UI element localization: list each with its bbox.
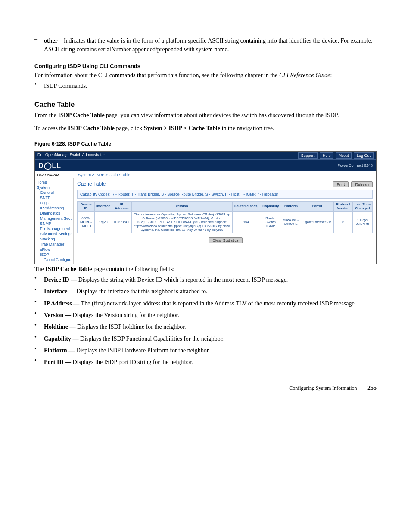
cache-p2-b: ISDP Cache Table (68, 125, 115, 131)
product-label: PowerConnect 6248 (337, 163, 373, 168)
field-device-id: • Device ID — Displays the string with D… (34, 275, 377, 285)
field-label: Platform — (44, 347, 76, 354)
ss-topbar-links: Support Help About Log Out (297, 152, 374, 159)
field-label: IP Address — (44, 300, 81, 307)
cache-p1-b: ISDP Cache Table (58, 112, 104, 118)
field-version: • Version — Displays the Version string … (34, 310, 377, 320)
nav-stacking[interactable]: Stacking (36, 236, 72, 242)
footer-page-number: 255 (367, 385, 377, 391)
nav-home[interactable]: Home (36, 180, 72, 185)
fields-intro-c: page contain the following fields: (92, 266, 174, 272)
col-portid: PortID (300, 201, 334, 211)
field-interface: • Interface — Displays the interface tha… (34, 286, 377, 297)
cell-ipaddr: 10.27.64.1 (112, 211, 131, 233)
field-desc: Displays the ISDP Functional Capabilitie… (80, 336, 224, 342)
cell-lastchanged: 1 Days 02:04:45 (352, 211, 372, 233)
other-text: other—Indicates that the value is in the… (44, 37, 377, 54)
bullet-icon: • (34, 81, 44, 91)
col-device-id: Device ID (78, 201, 95, 211)
nav-system[interactable]: System (36, 185, 72, 190)
ss-topbar-title: Dell OpenManage Switch Administrator (37, 152, 105, 159)
nav-sntp[interactable]: SNTP (36, 195, 72, 200)
field-text: Capability — Displays the ISDP Functiona… (44, 335, 224, 343)
col-interface: Interface (94, 201, 112, 211)
nav-filemgmt[interactable]: File Management (36, 226, 72, 231)
field-label: Capability — (44, 336, 80, 342)
col-version: Version (131, 201, 232, 211)
nav-sflow[interactable]: sFlow (36, 247, 72, 252)
nav-trap[interactable]: Trap Manager (36, 242, 72, 247)
print-button[interactable]: Print (333, 181, 349, 187)
support-button[interactable]: Support (298, 152, 318, 159)
nav-globalcfg[interactable]: Global Configurat (36, 257, 72, 262)
nav-isdp[interactable]: ISDP (36, 252, 72, 257)
ss-topbar: Dell OpenManage Switch Administrator Sup… (35, 152, 376, 159)
cell-holdtime: 154 (232, 211, 260, 233)
ss-title-row: Cache Table Print Refresh (77, 181, 373, 187)
bullet-icon: • (34, 286, 44, 297)
clear-row: Clear Statistics (77, 233, 373, 246)
other-desc: —Indicates that the value is in the form… (44, 37, 373, 53)
clear-statistics-button[interactable]: Clear Statistics (209, 237, 242, 243)
nav-advset[interactable]: Advanced Settings (36, 231, 72, 236)
field-desc: Displays the interface that this neighbo… (76, 288, 207, 295)
field-capability: • Capability — Displays the ISDP Functio… (34, 334, 377, 344)
cache-p2-a: To access the (34, 125, 68, 131)
other-label: other (44, 37, 58, 44)
nav-logs[interactable]: Logs (36, 200, 72, 205)
field-text: Holdtime — Displays the ISDP holdtime fo… (44, 323, 186, 331)
field-desc: Displays the ISDP port ID string for the… (73, 359, 193, 365)
cache-p2-d: System > ISDP > Cache Table (144, 125, 220, 131)
field-desc: Displays the ISDP holdtime for the neigh… (77, 324, 186, 330)
logout-button[interactable]: Log Out (354, 152, 374, 159)
footer-section: Configuring System Information (289, 385, 357, 391)
field-desc: Displays the Version string for the neig… (72, 312, 179, 318)
field-desc: The (first) network-layer address that i… (81, 300, 356, 307)
cell-platform: cisco WS-C6509-E (281, 211, 300, 233)
field-label: Device ID — (44, 277, 78, 283)
col-protocol-version: Protocol Version (334, 201, 352, 211)
refresh-button[interactable]: Refresh (351, 181, 373, 187)
nav-mgmtsec[interactable]: Management Secur (36, 216, 72, 221)
cache-table-grid: Device ID Interface IP Address Version H… (77, 201, 373, 233)
field-text: Port ID — Displays the ISDP port ID stri… (44, 358, 193, 367)
page-footer: Configuring System Information | 255 (34, 385, 377, 392)
cache-p2: To access the ISDP Cache Table page, cli… (34, 124, 377, 133)
cache-p2-c: page, click (115, 125, 144, 131)
cache-p1: From the ISDP Cache Table page, you can … (34, 111, 377, 120)
nav-diag[interactable]: Diagnostics (36, 211, 72, 216)
nav-tree: Home System General SNTP Logs IP Address… (35, 178, 74, 264)
cli-para-b: CLI Reference Guide (279, 72, 330, 78)
col-holdtime: Holdtime(secs) (232, 201, 260, 211)
ss-main: Cache Table Print Refresh Capability Cod… (74, 178, 376, 264)
cli-bullet-text: ISDP Commands. (44, 82, 87, 90)
cli-para-c: : (330, 72, 332, 78)
field-text: IP Address — The (first) network-layer a… (44, 299, 356, 308)
nav-ipaddr[interactable]: IP Addressing (36, 205, 72, 211)
nav-general[interactable]: General (36, 190, 72, 195)
bullet-icon: • (34, 334, 44, 344)
cell-iface: 1/g23 (94, 211, 112, 233)
bullet-icon: • (34, 345, 44, 356)
cache-p1-a: From the (34, 112, 58, 118)
fields-intro-a: The (34, 266, 45, 272)
cache-table-heading: Cache Table (34, 101, 377, 109)
cache-p2-e: in the navigation tree. (220, 125, 274, 131)
sub-bullet-other: – other—Indicates that the value is in t… (34, 36, 377, 55)
nav-snmp[interactable]: SNMP (36, 221, 72, 226)
cell-portid: GigabitEthernet3/19 (300, 211, 334, 233)
fields-intro: The ISDP Cache Table page contain the fo… (34, 265, 377, 274)
cell-capability: Router Switch IGMP (260, 211, 281, 233)
ss-body: Home System General SNTP Logs IP Address… (35, 178, 376, 264)
cell-protoversion: 2 (334, 211, 352, 233)
field-label: Version — (44, 312, 72, 318)
field-holdtime: • Holdtime — Displays the ISDP holdtime … (34, 322, 377, 332)
field-label: Interface — (44, 288, 76, 295)
field-label: Holdtime — (44, 324, 77, 330)
about-button[interactable]: About (336, 152, 352, 159)
help-button[interactable]: Help (320, 152, 334, 159)
ss-ip: 10.27.64.243 (35, 171, 75, 178)
figure-caption: Figure 6-128. ISDP Cache Table (34, 141, 377, 147)
table-row: 6509-MORR-1MDF1 1/g23 10.27.64.1 Cisco I… (78, 211, 373, 233)
cell-devid: 6509-MORR-1MDF1 (78, 211, 95, 233)
